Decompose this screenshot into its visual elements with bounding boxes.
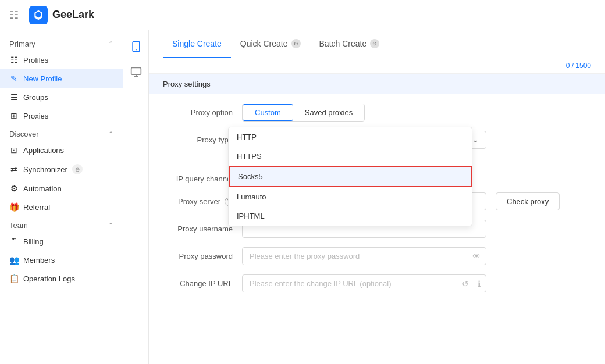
table-icon: ⊞ (9, 111, 19, 120)
chevron-up-icon: ⌃ (108, 40, 113, 48)
sync-icon: ⇄ (9, 165, 19, 174)
proxy-server-label: Proxy server (178, 197, 220, 206)
dropdown-option-iphtml[interactable]: IPHTML (229, 206, 472, 226)
proxy-settings-label: Proxy settings (163, 80, 211, 88)
sidebar-item-operation-logs[interactable]: 📋 Operation Logs (0, 269, 123, 288)
sidebar-label-new-profile: New Profile (23, 74, 62, 83)
proxy-server-label-group: Proxy server ? (163, 192, 233, 206)
tab-batch-create-label: Batch Create (319, 39, 367, 48)
form-area: 0 / 1500 Proxy settings Proxy option Cus… (149, 58, 605, 364)
sidebar-label-profiles: Profiles (23, 56, 48, 65)
section-team-label: Team (9, 221, 28, 230)
tab-single-create-label: Single Create (172, 39, 222, 48)
sidebar-label-members: Members (23, 256, 55, 265)
proxy-option-row: Proxy option Custom Saved proxies (163, 104, 591, 122)
users-icon: 👥 (9, 255, 19, 265)
ip-query-label: IP query channel (163, 170, 233, 183)
info-icon[interactable]: ℹ (478, 279, 481, 288)
proxy-option-label: Proxy option (163, 104, 233, 117)
tab-single-create[interactable]: Single Create (163, 30, 231, 58)
sidebar-item-automation[interactable]: ⚙ Automation (0, 179, 123, 198)
profile-counter: 0 / 1500 (566, 62, 591, 70)
sidebar-label-applications: Applications (23, 146, 64, 155)
sidebar-section-team[interactable]: Team ⌃ (0, 216, 123, 232)
sidebar-item-profiles[interactable]: ☷ Profiles (0, 51, 123, 69)
proxy-option-custom-btn[interactable]: Custom (243, 104, 293, 121)
sidebar-label-synchronizer: Synchronizer (23, 165, 67, 174)
svg-rect-2 (131, 68, 141, 75)
sidebar-label-operation-logs: Operation Logs (23, 274, 75, 283)
panel-phone-icon[interactable] (127, 37, 145, 56)
counter-bar: 0 / 1500 (149, 58, 605, 74)
sidebar-item-groups[interactable]: ☰ Groups (0, 88, 123, 106)
proxy-type-dropdown: HTTP HTTPS Socks5 Lumauto IPHTML (228, 127, 472, 226)
main-layout: Primary ⌃ ☷ Profiles ✎ New Profile ☰ Gro… (0, 30, 605, 364)
proxy-password-label: Proxy password (163, 247, 233, 260)
sidebar-item-proxies[interactable]: ⊞ Proxies (0, 106, 123, 125)
section-primary-label: Primary (9, 40, 35, 48)
sidebar-label-groups: Groups (23, 93, 48, 102)
app-logo: GeeLark (29, 6, 94, 24)
bill-icon: 🗒 (9, 237, 19, 246)
list-icon: ☰ (9, 92, 19, 102)
change-ip-control: ↺ ℹ (242, 274, 486, 292)
quick-create-badge: ⊖ (291, 39, 301, 48)
change-ip-input[interactable] (242, 274, 486, 292)
robot-icon: ⚙ (9, 184, 19, 193)
tab-batch-create[interactable]: Batch Create ⊖ (310, 30, 389, 58)
sidebar-label-referral: Referral (23, 203, 50, 212)
sidebar-item-billing[interactable]: 🗒 Billing (0, 232, 123, 251)
tab-quick-create[interactable]: Quick Create ⊖ (231, 30, 310, 58)
check-proxy-button[interactable]: Check proxy (496, 192, 560, 210)
gift-icon: 🎁 (9, 202, 19, 212)
change-ip-row: Change IP URL ↺ ℹ (163, 274, 591, 292)
logo-icon (29, 6, 48, 24)
sync-badge: ⊖ (72, 164, 83, 174)
batch-create-badge: ⊖ (370, 39, 379, 48)
sidebar-item-applications[interactable]: ⊡ Applications (0, 141, 123, 159)
chevron-up-icon-3: ⌃ (108, 222, 113, 229)
dropdown-option-http[interactable]: HTTP (229, 127, 472, 147)
proxy-type-label: Proxy type (163, 131, 233, 144)
refresh-icon[interactable]: ↺ (462, 279, 469, 288)
tabs-bar: Single Create Quick Create ⊖ Batch Creat… (149, 30, 605, 58)
app-icon: ⊡ (9, 145, 19, 155)
sidebar: Primary ⌃ ☷ Profiles ✎ New Profile ☰ Gro… (0, 30, 123, 364)
sidebar-toggle-icon[interactable]: ☷ (9, 9, 19, 22)
proxy-username-label: Proxy username (163, 220, 233, 233)
sidebar-label-automation: Automation (23, 184, 62, 193)
tab-quick-create-label: Quick Create (240, 39, 288, 48)
app-title: GeeLark (52, 9, 94, 21)
proxy-settings-header: Proxy settings (149, 74, 605, 94)
dropdown-option-socks5[interactable]: Socks5 (229, 166, 472, 187)
change-ip-label: Change IP URL (163, 274, 233, 288)
chevron-up-icon-2: ⌃ (108, 130, 113, 138)
dropdown-option-https[interactable]: HTTPS (229, 147, 472, 166)
sidebar-item-members[interactable]: 👥 Members (0, 251, 123, 269)
password-toggle-icon[interactable]: 👁 (472, 252, 481, 261)
proxy-password-control: 👁 (242, 247, 486, 265)
topbar: ☷ GeeLark (0, 0, 605, 30)
chevron-down-icon: ⌄ (472, 135, 479, 144)
content-area: Single Create Quick Create ⊖ Batch Creat… (149, 30, 605, 364)
proxy-option-group: Custom Saved proxies (242, 104, 365, 122)
sidebar-section-discover[interactable]: Discover ⌃ (0, 125, 123, 141)
file-icon: 📋 (9, 274, 19, 283)
grid-icon: ☷ (9, 55, 19, 65)
form-body: Proxy option Custom Saved proxies Proxy … (149, 94, 605, 311)
proxy-password-input[interactable] (242, 247, 486, 265)
edit-icon: ✎ (9, 74, 19, 83)
dropdown-option-lumauto[interactable]: Lumauto (229, 187, 472, 206)
section-discover-label: Discover (9, 130, 39, 138)
sidebar-section-primary[interactable]: Primary ⌃ (0, 35, 123, 51)
sidebar-item-synchronizer[interactable]: ⇄ Synchronizer ⊖ (0, 159, 123, 179)
proxy-password-row: Proxy password 👁 (163, 247, 591, 265)
proxy-option-control: Custom Saved proxies (242, 104, 486, 122)
panel-desktop-icon[interactable] (127, 63, 145, 81)
sidebar-label-billing: Billing (23, 237, 44, 246)
sidebar-label-proxies: Proxies (23, 112, 48, 120)
sidebar-item-referral[interactable]: 🎁 Referral (0, 198, 123, 216)
sidebar-item-new-profile[interactable]: ✎ New Profile (0, 69, 123, 88)
icon-panel (123, 30, 149, 364)
proxy-option-saved-btn[interactable]: Saved proxies (293, 104, 364, 121)
